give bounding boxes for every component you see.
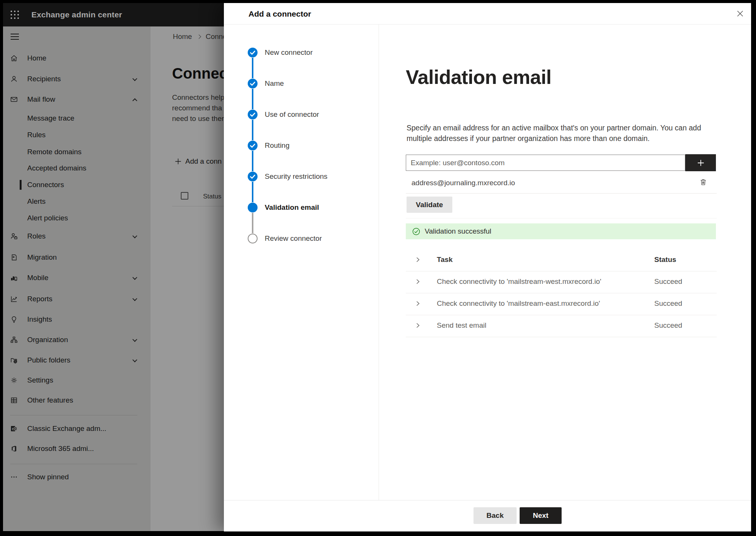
expand-all-chevron-icon[interactable] — [415, 257, 421, 263]
added-address-item: address@journaling.mxrecord.io — [411, 179, 515, 187]
email-address-input[interactable] — [406, 155, 685, 171]
table-divider — [406, 315, 717, 315]
task-cell: Check connectivity to 'mailstream-east.m… — [437, 299, 600, 308]
success-check-icon — [412, 228, 420, 235]
app-launcher-icon[interactable] — [9, 9, 20, 20]
table-divider — [406, 293, 717, 293]
dialog-header: Add a connector — [224, 3, 751, 25]
step-connector-line — [252, 58, 253, 78]
table-divider — [406, 271, 717, 271]
validate-button[interactable]: Validate — [407, 197, 452, 213]
delete-address-icon[interactable] — [699, 178, 707, 186]
dialog-title: Add a connector — [248, 3, 311, 25]
address-row-divider — [406, 193, 717, 194]
step-completed-icon — [248, 48, 258, 57]
step-upcoming-icon — [248, 234, 258, 243]
app-title: Exchange admin center — [31, 3, 122, 26]
status-cell: Succeed — [654, 321, 682, 330]
banner-text: Validation successful — [425, 227, 491, 235]
wizard-step-validation-email[interactable]: Validation email — [248, 203, 319, 212]
wizard-step-use-of-connector[interactable]: Use of connector — [248, 110, 319, 119]
table-row[interactable]: Send test email Succeed — [406, 321, 717, 331]
add-connector-dialog: Add a connector New connector Name Use o… — [224, 3, 751, 531]
wizard-step-review-connector[interactable]: Review connector — [248, 234, 322, 243]
table-row[interactable]: Check connectivity to 'mailstream-east.m… — [406, 299, 717, 309]
step-active-icon — [248, 203, 258, 212]
expand-row-chevron-icon[interactable] — [415, 279, 421, 285]
results-table-header: Task Status — [406, 255, 717, 265]
status-cell: Succeed — [654, 299, 682, 308]
task-column-header: Task — [437, 256, 453, 264]
step-connector-line — [252, 89, 253, 109]
step-heading: Validation email — [406, 66, 551, 88]
plus-icon — [697, 159, 705, 167]
section-divider — [406, 218, 717, 218]
step-connector-line — [252, 151, 253, 171]
screen: Exchange admin center Home Recipients Ma… — [0, 0, 756, 536]
task-cell: Check connectivity to 'mailstream-west.m… — [437, 277, 601, 286]
expand-row-chevron-icon[interactable] — [415, 301, 421, 307]
next-button[interactable]: Next — [520, 507, 562, 524]
step-connector-line — [252, 213, 253, 233]
step-completed-icon — [248, 110, 258, 119]
table-row[interactable]: Check connectivity to 'mailstream-west.m… — [406, 277, 717, 287]
wizard-step-security-restrictions[interactable]: Security restrictions — [248, 172, 328, 181]
step-completed-icon — [248, 172, 258, 181]
step-completed-icon — [248, 141, 258, 150]
step-description: Specify an email address for an active m… — [407, 122, 701, 144]
wizard-step-name[interactable]: Name — [248, 79, 284, 88]
steps-content-divider — [379, 25, 379, 500]
validation-success-banner: Validation successful — [406, 223, 716, 239]
close-icon[interactable] — [735, 9, 745, 19]
back-button[interactable]: Back — [473, 507, 517, 524]
step-connector-line — [252, 120, 253, 140]
status-column-header: Status — [654, 256, 676, 264]
wizard-step-new-connector[interactable]: New connector — [248, 48, 313, 57]
add-address-button[interactable] — [685, 154, 716, 171]
step-connector-line — [252, 182, 253, 202]
expand-row-chevron-icon[interactable] — [415, 322, 421, 328]
task-cell: Send test email — [437, 321, 486, 330]
footer-divider — [224, 500, 751, 500]
wizard-step-routing[interactable]: Routing — [248, 141, 290, 150]
table-divider — [406, 337, 717, 337]
step-completed-icon — [248, 79, 258, 88]
status-cell: Succeed — [654, 277, 682, 286]
